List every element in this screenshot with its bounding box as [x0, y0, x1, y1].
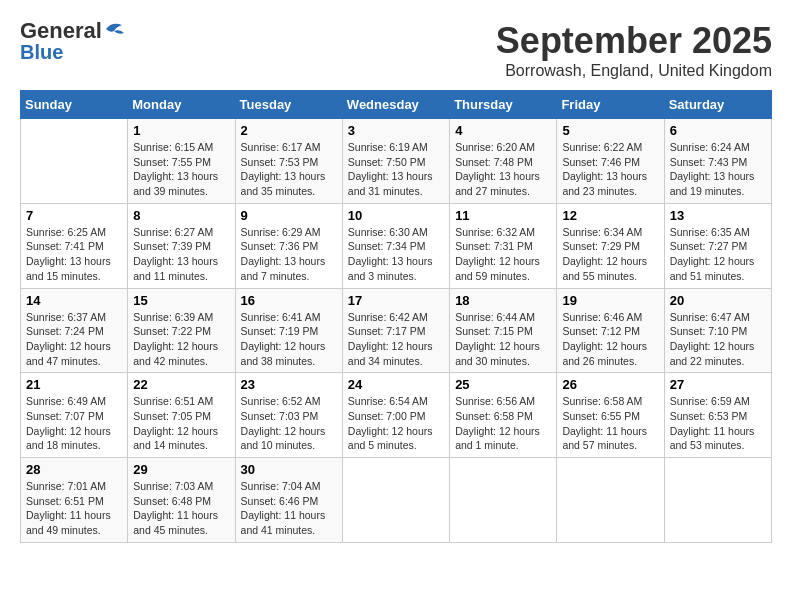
calendar-cell: 3Sunrise: 6:19 AMSunset: 7:50 PMDaylight…: [342, 119, 449, 204]
day-info: Sunrise: 6:22 AMSunset: 7:46 PMDaylight:…: [562, 140, 658, 199]
calendar-cell: 8Sunrise: 6:27 AMSunset: 7:39 PMDaylight…: [128, 203, 235, 288]
day-info: Sunrise: 6:24 AMSunset: 7:43 PMDaylight:…: [670, 140, 766, 199]
logo-general: General: [20, 20, 102, 42]
calendar-cell: 28Sunrise: 7:01 AMSunset: 6:51 PMDayligh…: [21, 458, 128, 543]
day-number: 28: [26, 462, 122, 477]
day-info: Sunrise: 6:44 AMSunset: 7:15 PMDaylight:…: [455, 310, 551, 369]
calendar-header-row: SundayMondayTuesdayWednesdayThursdayFrid…: [21, 91, 772, 119]
logo: General Blue: [20, 20, 126, 62]
day-number: 29: [133, 462, 229, 477]
day-number: 22: [133, 377, 229, 392]
calendar-cell: 1Sunrise: 6:15 AMSunset: 7:55 PMDaylight…: [128, 119, 235, 204]
day-number: 25: [455, 377, 551, 392]
day-number: 21: [26, 377, 122, 392]
calendar-cell: 26Sunrise: 6:58 AMSunset: 6:55 PMDayligh…: [557, 373, 664, 458]
header-wednesday: Wednesday: [342, 91, 449, 119]
day-info: Sunrise: 6:19 AMSunset: 7:50 PMDaylight:…: [348, 140, 444, 199]
day-number: 27: [670, 377, 766, 392]
day-number: 10: [348, 208, 444, 223]
day-info: Sunrise: 6:42 AMSunset: 7:17 PMDaylight:…: [348, 310, 444, 369]
day-number: 26: [562, 377, 658, 392]
logo-bird-icon: [104, 21, 126, 37]
calendar-cell: 29Sunrise: 7:03 AMSunset: 6:48 PMDayligh…: [128, 458, 235, 543]
calendar-week-0: 1Sunrise: 6:15 AMSunset: 7:55 PMDaylight…: [21, 119, 772, 204]
calendar-cell: 2Sunrise: 6:17 AMSunset: 7:53 PMDaylight…: [235, 119, 342, 204]
day-number: 12: [562, 208, 658, 223]
day-number: 24: [348, 377, 444, 392]
day-info: Sunrise: 6:58 AMSunset: 6:55 PMDaylight:…: [562, 394, 658, 453]
day-number: 1: [133, 123, 229, 138]
title-block: September 2025 Borrowash, England, Unite…: [496, 20, 772, 80]
day-info: Sunrise: 6:32 AMSunset: 7:31 PMDaylight:…: [455, 225, 551, 284]
day-number: 4: [455, 123, 551, 138]
calendar-cell: 14Sunrise: 6:37 AMSunset: 7:24 PMDayligh…: [21, 288, 128, 373]
day-number: 20: [670, 293, 766, 308]
calendar-cell: 24Sunrise: 6:54 AMSunset: 7:00 PMDayligh…: [342, 373, 449, 458]
day-number: 17: [348, 293, 444, 308]
day-number: 2: [241, 123, 337, 138]
day-number: 18: [455, 293, 551, 308]
day-info: Sunrise: 6:17 AMSunset: 7:53 PMDaylight:…: [241, 140, 337, 199]
header-thursday: Thursday: [450, 91, 557, 119]
calendar-cell: 27Sunrise: 6:59 AMSunset: 6:53 PMDayligh…: [664, 373, 771, 458]
calendar-cell: 9Sunrise: 6:29 AMSunset: 7:36 PMDaylight…: [235, 203, 342, 288]
location: Borrowash, England, United Kingdom: [496, 62, 772, 80]
calendar-cell: [664, 458, 771, 543]
calendar-cell: [342, 458, 449, 543]
day-info: Sunrise: 6:59 AMSunset: 6:53 PMDaylight:…: [670, 394, 766, 453]
calendar-cell: [450, 458, 557, 543]
calendar-cell: 25Sunrise: 6:56 AMSunset: 6:58 PMDayligh…: [450, 373, 557, 458]
header-saturday: Saturday: [664, 91, 771, 119]
day-info: Sunrise: 7:04 AMSunset: 6:46 PMDaylight:…: [241, 479, 337, 538]
day-number: 11: [455, 208, 551, 223]
calendar-cell: 6Sunrise: 6:24 AMSunset: 7:43 PMDaylight…: [664, 119, 771, 204]
day-info: Sunrise: 6:54 AMSunset: 7:00 PMDaylight:…: [348, 394, 444, 453]
day-info: Sunrise: 6:34 AMSunset: 7:29 PMDaylight:…: [562, 225, 658, 284]
day-number: 7: [26, 208, 122, 223]
header-tuesday: Tuesday: [235, 91, 342, 119]
day-info: Sunrise: 6:56 AMSunset: 6:58 PMDaylight:…: [455, 394, 551, 453]
calendar-week-2: 14Sunrise: 6:37 AMSunset: 7:24 PMDayligh…: [21, 288, 772, 373]
day-number: 16: [241, 293, 337, 308]
day-number: 19: [562, 293, 658, 308]
day-info: Sunrise: 6:20 AMSunset: 7:48 PMDaylight:…: [455, 140, 551, 199]
calendar-cell: 19Sunrise: 6:46 AMSunset: 7:12 PMDayligh…: [557, 288, 664, 373]
day-info: Sunrise: 7:01 AMSunset: 6:51 PMDaylight:…: [26, 479, 122, 538]
day-info: Sunrise: 6:35 AMSunset: 7:27 PMDaylight:…: [670, 225, 766, 284]
calendar-cell: 17Sunrise: 6:42 AMSunset: 7:17 PMDayligh…: [342, 288, 449, 373]
day-info: Sunrise: 6:30 AMSunset: 7:34 PMDaylight:…: [348, 225, 444, 284]
page-header: General Blue September 2025 Borrowash, E…: [20, 20, 772, 80]
calendar-cell: [21, 119, 128, 204]
day-number: 15: [133, 293, 229, 308]
calendar-cell: 10Sunrise: 6:30 AMSunset: 7:34 PMDayligh…: [342, 203, 449, 288]
calendar-cell: 12Sunrise: 6:34 AMSunset: 7:29 PMDayligh…: [557, 203, 664, 288]
day-info: Sunrise: 7:03 AMSunset: 6:48 PMDaylight:…: [133, 479, 229, 538]
calendar-cell: 20Sunrise: 6:47 AMSunset: 7:10 PMDayligh…: [664, 288, 771, 373]
month-title: September 2025: [496, 20, 772, 62]
day-number: 3: [348, 123, 444, 138]
day-number: 14: [26, 293, 122, 308]
calendar-cell: 7Sunrise: 6:25 AMSunset: 7:41 PMDaylight…: [21, 203, 128, 288]
calendar-cell: 30Sunrise: 7:04 AMSunset: 6:46 PMDayligh…: [235, 458, 342, 543]
calendar-week-3: 21Sunrise: 6:49 AMSunset: 7:07 PMDayligh…: [21, 373, 772, 458]
day-info: Sunrise: 6:15 AMSunset: 7:55 PMDaylight:…: [133, 140, 229, 199]
calendar-week-4: 28Sunrise: 7:01 AMSunset: 6:51 PMDayligh…: [21, 458, 772, 543]
day-info: Sunrise: 6:52 AMSunset: 7:03 PMDaylight:…: [241, 394, 337, 453]
header-friday: Friday: [557, 91, 664, 119]
calendar-cell: 22Sunrise: 6:51 AMSunset: 7:05 PMDayligh…: [128, 373, 235, 458]
day-number: 6: [670, 123, 766, 138]
calendar-cell: 15Sunrise: 6:39 AMSunset: 7:22 PMDayligh…: [128, 288, 235, 373]
logo-blue: Blue: [20, 42, 63, 62]
day-info: Sunrise: 6:46 AMSunset: 7:12 PMDaylight:…: [562, 310, 658, 369]
day-number: 8: [133, 208, 229, 223]
day-info: Sunrise: 6:29 AMSunset: 7:36 PMDaylight:…: [241, 225, 337, 284]
header-sunday: Sunday: [21, 91, 128, 119]
calendar-week-1: 7Sunrise: 6:25 AMSunset: 7:41 PMDaylight…: [21, 203, 772, 288]
day-info: Sunrise: 6:47 AMSunset: 7:10 PMDaylight:…: [670, 310, 766, 369]
day-number: 5: [562, 123, 658, 138]
day-number: 23: [241, 377, 337, 392]
calendar-table: SundayMondayTuesdayWednesdayThursdayFrid…: [20, 90, 772, 543]
day-info: Sunrise: 6:41 AMSunset: 7:19 PMDaylight:…: [241, 310, 337, 369]
day-info: Sunrise: 6:25 AMSunset: 7:41 PMDaylight:…: [26, 225, 122, 284]
calendar-cell: 13Sunrise: 6:35 AMSunset: 7:27 PMDayligh…: [664, 203, 771, 288]
